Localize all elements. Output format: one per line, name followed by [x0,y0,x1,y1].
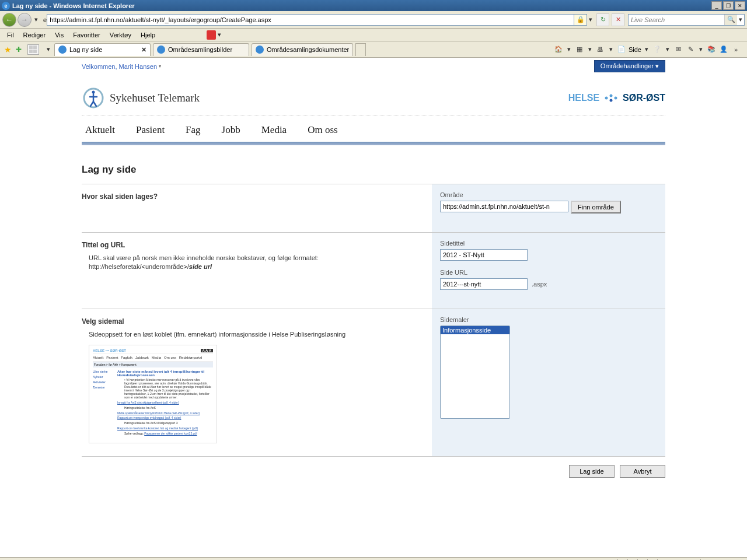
stop-button[interactable]: ✕ [612,13,624,26]
favorites-icon[interactable]: ★ [4,45,12,54]
menu-fil[interactable]: Fil [2,30,19,40]
new-tab-button[interactable] [355,43,366,56]
ie-icon: e [2,2,10,10]
overflow-icon[interactable]: » [731,44,741,55]
brand-sorost: SØR-ØST [623,93,665,103]
tab-omradesamlingsbilder[interactable]: Områdesamlingsbilder [153,43,249,56]
refresh-button[interactable]: ↻ [596,13,609,26]
pdf-icon[interactable] [207,30,216,40]
lock-icon: 🔒 [574,14,587,26]
site-name: Sykehuset Telemark [110,92,200,104]
nav-history-dropdown[interactable]: ▾ [33,13,40,26]
home-dropdown[interactable]: ▾ [566,43,573,56]
pdf-dropdown[interactable]: ▾ [216,29,223,41]
print-icon[interactable]: 🖶 [595,44,606,55]
nav-pasient[interactable]: Pasient [136,124,165,136]
nav-fag[interactable]: Fag [186,124,201,136]
templates-label: Sidemaler [440,316,657,323]
feeds-dropdown[interactable]: ▾ [587,43,594,56]
restore-button[interactable]: ❐ [723,1,734,10]
minimize-button[interactable]: _ [711,1,722,10]
nav-divider [82,142,665,145]
menu-vis[interactable]: Vis [50,30,68,40]
forward-button[interactable]: → [18,13,32,27]
navigation-bar: ← → ▾ e 🔒 ▾ ↻ ✕ 🔍 ▾ [0,11,747,29]
window-title: Lag ny side - Windows Internet Explorer [12,2,135,9]
main-navigation: Aktuelt Pasient Fag Jobb Media Om oss [82,118,665,142]
tab-icon [58,46,67,54]
section-template: Velg sidemal Sideoppsett for en løst kob… [82,309,665,457]
close-window-button[interactable]: ✕ [735,1,745,10]
search-input[interactable] [629,16,724,23]
address-bar: e 🔒 ▾ [41,13,594,26]
tools-icon[interactable]: ❔ [652,44,662,55]
page-url-input[interactable] [440,278,528,290]
brand-dots-icon [603,92,619,104]
section-area: Hvor skal siden lages? Område Finn områd… [82,184,665,233]
menu-rediger[interactable]: Rediger [19,30,51,40]
menu-hjelp[interactable]: Hjelp [136,30,160,40]
tab-lag-ny-side[interactable]: Lag ny side ✕ [54,43,151,56]
site-actions-button[interactable]: Områdehandlinger ▾ [594,60,665,72]
menu-favoritter[interactable]: Favoritter [68,30,104,40]
edit-dropdown[interactable]: ▾ [697,43,704,56]
tab-omradesamlingsdokumenter[interactable]: Områdesamlingsdokumenter [252,43,353,56]
find-area-button[interactable]: Finn område [571,201,621,214]
svg-point-4 [610,99,613,102]
cancel-button[interactable]: Avbryt [620,465,665,478]
status-bar: Internett 🔍 100 % ▾ [0,557,747,560]
print-dropdown[interactable]: ▾ [608,43,615,56]
edit-icon[interactable]: ✎ [685,44,696,55]
page-menu-label[interactable]: Side [629,46,641,53]
quick-tabs-dropdown[interactable]: ▾ [45,43,52,56]
nav-jobb[interactable]: Jobb [222,124,240,136]
area-label: Område [440,191,657,198]
site-header: Sykehuset Telemark HELSE SØR-ØST [82,75,665,116]
quick-tabs-button[interactable] [27,44,39,55]
page-title: Lag ny side [82,162,665,184]
page-dropdown[interactable]: ▾ [643,43,650,56]
search-button[interactable]: 🔍 [724,15,737,25]
section-heading-title: Tittel og URL [82,241,426,249]
hospital-logo-icon [82,86,105,110]
url-suffix: .aspx [532,281,547,288]
url-input[interactable] [47,14,574,26]
area-input[interactable] [440,201,568,212]
welcome-text[interactable]: Velkommen, Marit Hansen [82,63,157,70]
mail-icon[interactable]: ✉ [673,44,683,55]
tab-label: Områdesamlingsbilder [168,46,245,53]
welcome-dropdown-icon[interactable]: ▾ [159,64,161,69]
tab-bar: ★ ✚ ▾ Lag ny side ✕ Områdesamlingsbilder… [0,41,747,58]
search-box: 🔍 ▾ [628,14,745,26]
svg-point-2 [605,97,608,100]
sharepoint-topbar: Velkommen, Marit Hansen ▾ Områdehandling… [82,58,665,75]
back-button[interactable]: ← [2,13,16,27]
research-icon[interactable]: 📚 [706,44,717,55]
nav-media[interactable]: Media [261,124,287,136]
page-url-label: Side URL [440,269,657,276]
nav-omoss[interactable]: Om oss [308,124,337,136]
site-logo[interactable]: Sykehuset Telemark [82,86,200,110]
url-dropdown[interactable]: ▾ [587,13,594,26]
url-help-text: URL skal være på norsk men ikke innehold… [82,254,426,272]
page-title-input[interactable] [440,249,528,261]
template-select[interactable]: Informasjonsside [440,326,510,419]
add-favorite-icon[interactable]: ✚ [16,46,22,54]
create-page-button[interactable]: Lag side [569,465,615,478]
feeds-icon[interactable]: ▦ [574,44,585,55]
nav-aktuelt[interactable]: Aktuelt [85,124,115,136]
form-buttons: Lag side Avbryt [82,457,665,486]
page-menu-icon[interactable]: 📄 [616,44,627,55]
url-help-bold: side url [189,263,212,270]
messenger-icon[interactable]: 👤 [718,44,729,55]
command-bar: 🏠▾ ▦▾ 🖶▾ 📄 Side▾ ❔▾ ✉ ✎▾ 📚 👤 » [553,43,745,56]
tools-dropdown[interactable]: ▾ [664,43,671,56]
svg-point-5 [615,97,617,100]
template-preview: HELSE ••• SØR-ØSTA A A Aktuelt Pasient F… [89,345,217,443]
brand-logo: HELSE SØR-ØST [568,92,665,104]
close-tab-icon[interactable]: ✕ [141,46,146,54]
home-icon[interactable]: 🏠 [553,44,564,55]
search-dropdown[interactable]: ▾ [737,13,744,26]
menu-verktoy[interactable]: Verktøy [105,30,136,40]
window-titlebar: e Lag ny side - Windows Internet Explore… [0,0,747,11]
